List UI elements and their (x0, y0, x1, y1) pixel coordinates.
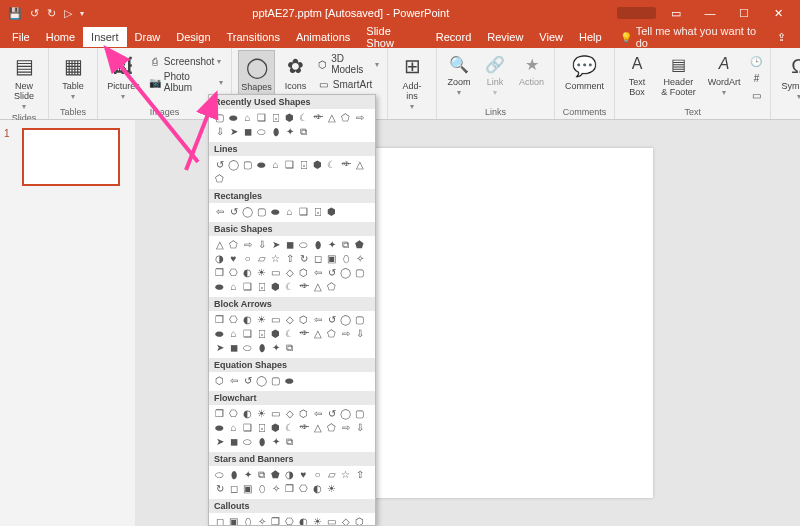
shape-item[interactable]: ⌂ (283, 205, 296, 218)
shape-item[interactable]: ⬲ (297, 421, 310, 434)
shape-item[interactable]: ☀ (255, 313, 268, 326)
shape-item[interactable]: ⎔ (227, 266, 240, 279)
close-icon[interactable]: ✕ (764, 7, 792, 20)
shape-item[interactable]: ↻ (213, 482, 226, 495)
shape-item[interactable]: ⬢ (311, 158, 324, 171)
shape-item[interactable]: ☆ (269, 252, 282, 265)
redo-icon[interactable]: ↻ (47, 7, 56, 20)
shape-item[interactable]: ☀ (255, 266, 268, 279)
shape-item[interactable]: ⬠ (325, 280, 338, 293)
shape-item[interactable]: ❐ (213, 266, 226, 279)
shape-item[interactable]: ❐ (213, 407, 226, 420)
undo-icon[interactable]: ↺ (30, 7, 39, 20)
action-button[interactable]: ★Action (515, 50, 548, 90)
tab-home[interactable]: Home (38, 27, 83, 47)
shape-item[interactable]: ✧ (255, 515, 268, 526)
wordart-button[interactable]: AWordArt (704, 50, 745, 99)
shape-item[interactable]: ▢ (213, 111, 226, 124)
shape-item[interactable]: ⌺ (269, 111, 282, 124)
shape-item[interactable]: △ (213, 238, 226, 251)
tab-view[interactable]: View (531, 27, 571, 47)
shape-item[interactable]: ⬬ (269, 205, 282, 218)
qat-more-icon[interactable]: ▾ (80, 9, 84, 18)
shape-item[interactable]: ▭ (269, 266, 282, 279)
shape-item[interactable]: ◼ (227, 435, 240, 448)
object-button[interactable]: ▭ (748, 88, 764, 102)
shape-item[interactable]: ⬢ (283, 111, 296, 124)
shape-item[interactable]: ⇨ (241, 238, 254, 251)
shape-item[interactable]: ◯ (339, 266, 352, 279)
shape-item[interactable]: ⇩ (213, 125, 226, 138)
shape-item[interactable]: ⬡ (297, 407, 310, 420)
shape-item[interactable]: ❐ (213, 313, 226, 326)
shape-item[interactable]: ▢ (353, 313, 366, 326)
shape-item[interactable]: ◇ (283, 266, 296, 279)
shape-item[interactable]: ⇨ (339, 327, 352, 340)
shape-item[interactable]: ▣ (241, 482, 254, 495)
shape-item[interactable]: ⬢ (269, 421, 282, 434)
textbox-button[interactable]: AText Box (621, 50, 653, 100)
shape-item[interactable]: ↺ (241, 374, 254, 387)
shape-item[interactable]: ⬡ (353, 515, 366, 526)
shape-item[interactable]: ✦ (269, 341, 282, 354)
shape-item[interactable]: ⬮ (255, 435, 268, 448)
shape-item[interactable]: ↺ (227, 205, 240, 218)
shape-item[interactable]: ⬭ (241, 341, 254, 354)
shape-item[interactable]: ⬡ (213, 374, 226, 387)
comment-button[interactable]: 💬Comment (561, 50, 608, 94)
shape-item[interactable]: ▣ (227, 515, 240, 526)
shape-item[interactable]: ⌺ (311, 205, 324, 218)
screenshot-button[interactable]: ⎙Screenshot (147, 54, 225, 68)
tab-insert[interactable]: Insert (83, 27, 127, 47)
shape-item[interactable]: ⬡ (297, 313, 310, 326)
shape-item[interactable]: ♥ (227, 252, 240, 265)
shape-item[interactable]: ▱ (325, 468, 338, 481)
shape-item[interactable]: ◼ (241, 125, 254, 138)
shape-item[interactable]: ✧ (269, 482, 282, 495)
shape-item[interactable]: ◯ (339, 313, 352, 326)
shape-item[interactable]: ❑ (283, 158, 296, 171)
shape-item[interactable]: ⬯ (255, 482, 268, 495)
pictures-button[interactable]: 🖼 Pictures (104, 50, 143, 103)
addins-button[interactable]: ⊞ Add- ins (394, 50, 430, 113)
shape-item[interactable]: ✦ (241, 468, 254, 481)
shape-item[interactable]: ☾ (297, 111, 310, 124)
shape-item[interactable]: ○ (311, 468, 324, 481)
shape-item[interactable]: ⬮ (311, 238, 324, 251)
shape-item[interactable]: ◑ (283, 468, 296, 481)
shape-item[interactable]: ⬮ (255, 341, 268, 354)
shape-item[interactable]: ◐ (297, 515, 310, 526)
shape-item[interactable]: ⬠ (213, 172, 226, 185)
shape-item[interactable]: ⬟ (353, 238, 366, 251)
shape-item[interactable]: ❑ (241, 327, 254, 340)
shape-item[interactable]: ⎔ (227, 407, 240, 420)
shape-item[interactable]: ▱ (255, 252, 268, 265)
shape-item[interactable]: ▢ (269, 374, 282, 387)
table-button[interactable]: ▦ Table (55, 50, 91, 103)
shape-item[interactable]: ◯ (227, 158, 240, 171)
shape-item[interactable]: ❑ (241, 421, 254, 434)
shape-item[interactable]: ⬯ (339, 252, 352, 265)
shape-item[interactable]: ⬭ (213, 468, 226, 481)
shape-item[interactable]: ☾ (283, 327, 296, 340)
shape-item[interactable]: ⇨ (353, 111, 366, 124)
shape-item[interactable]: △ (353, 158, 366, 171)
shape-item[interactable]: ⇦ (227, 374, 240, 387)
shape-item[interactable]: ⧉ (255, 468, 268, 481)
share-icon[interactable]: ⇪ (767, 31, 796, 44)
shape-item[interactable]: ⬬ (227, 111, 240, 124)
shape-item[interactable]: ◐ (241, 407, 254, 420)
shape-item[interactable]: ⇦ (213, 205, 226, 218)
shape-item[interactable]: ❑ (241, 280, 254, 293)
shape-item[interactable]: ◐ (241, 313, 254, 326)
shape-item[interactable]: ⬮ (269, 125, 282, 138)
shape-item[interactable]: ↺ (325, 266, 338, 279)
shape-item[interactable]: ↺ (325, 407, 338, 420)
shape-item[interactable]: ⌂ (227, 327, 240, 340)
shape-item[interactable]: ⇧ (353, 468, 366, 481)
shape-item[interactable]: ⬮ (227, 468, 240, 481)
shape-item[interactable]: ✦ (325, 238, 338, 251)
shape-item[interactable]: ⇩ (353, 421, 366, 434)
tab-record[interactable]: Record (428, 27, 479, 47)
shape-item[interactable]: ☀ (255, 407, 268, 420)
